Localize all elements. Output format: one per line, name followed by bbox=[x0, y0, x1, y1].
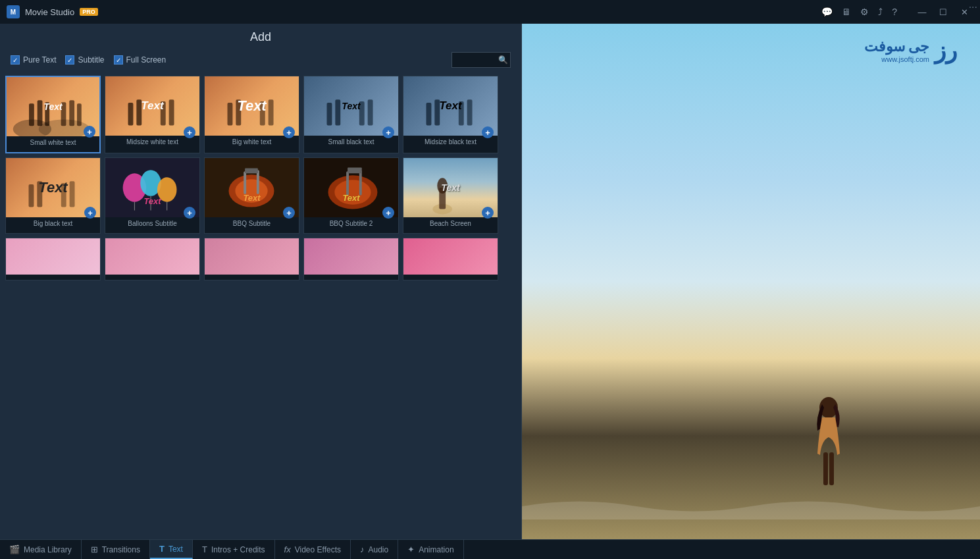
subtitle-filter[interactable]: ✓ Subtitle bbox=[65, 55, 104, 65]
svg-rect-19 bbox=[368, 99, 373, 125]
template-name-big-black: Big black text bbox=[6, 217, 100, 233]
add-big-black-button[interactable]: + bbox=[84, 207, 96, 219]
template-bbq[interactable]: Text BBQ Subtitle + bbox=[204, 157, 299, 234]
template-partial-1[interactable] bbox=[5, 238, 101, 280]
template-big-white[interactable]: Text Big white text + bbox=[204, 76, 299, 153]
template-name-beach-screen: Beach Screen bbox=[403, 217, 498, 233]
svg-rect-7 bbox=[77, 103, 82, 126]
tab-animation-label: Animation bbox=[419, 545, 453, 554]
subtitle-checkbox[interactable]: ✓ bbox=[65, 55, 74, 65]
add-beach-screen-button[interactable]: + bbox=[482, 207, 494, 219]
add-small-black-button[interactable]: + bbox=[382, 126, 394, 138]
tab-text[interactable]: T Text bbox=[150, 540, 193, 559]
template-name-midsize-black: Midsize black text bbox=[403, 136, 498, 151]
svg-rect-1 bbox=[29, 103, 34, 126]
template-thumb bbox=[403, 238, 498, 275]
template-name-small-black: Small black text bbox=[304, 136, 398, 151]
template-midsize-white[interactable]: Text Midsize white text + bbox=[105, 76, 200, 153]
thumb-text: Text bbox=[342, 193, 359, 203]
svg-rect-6 bbox=[69, 100, 74, 126]
svg-rect-38 bbox=[245, 168, 258, 173]
template-beach-screen[interactable]: Text Beach Screen + bbox=[403, 157, 498, 234]
search-input[interactable] bbox=[456, 56, 496, 64]
templates-grid: Text Small white text + bbox=[0, 73, 521, 539]
template-balloons[interactable]: Text Balloons Subtitle + bbox=[105, 157, 200, 234]
main-layout: Add ✓ Pure Text ✓ Subtitle ✓ Full Screen… bbox=[0, 24, 980, 539]
svg-rect-37 bbox=[257, 170, 259, 194]
template-midsize-black[interactable]: Text Midsize black text + bbox=[403, 76, 498, 153]
wave-decoration bbox=[522, 493, 980, 519]
template-partial-5[interactable] bbox=[403, 238, 498, 280]
template-thumb bbox=[304, 238, 398, 275]
minimize-button[interactable]: — bbox=[913, 5, 931, 18]
tab-video-effects-label: Video Effects bbox=[295, 545, 341, 554]
audio-icon: ♪ bbox=[360, 545, 365, 554]
svg-rect-42 bbox=[359, 170, 362, 195]
add-bbq2-button[interactable]: + bbox=[382, 207, 394, 219]
tab-video-effects[interactable]: fx Video Effects bbox=[275, 540, 351, 559]
svg-rect-48 bbox=[823, 452, 828, 485]
add-panel: Add ✓ Pure Text ✓ Subtitle ✓ Full Screen… bbox=[0, 24, 522, 539]
title-bar-left: M Movie Studio PRO bbox=[7, 5, 98, 18]
template-small-black[interactable]: Text Small black text + bbox=[303, 76, 399, 153]
thumb-text: Text bbox=[143, 196, 161, 206]
svg-rect-15 bbox=[269, 99, 274, 125]
tab-media-library-label: Media Library bbox=[24, 545, 72, 554]
template-thumb bbox=[6, 238, 100, 275]
pure-text-filter[interactable]: ✓ Pure Text bbox=[11, 55, 56, 65]
monitor-icon[interactable]: 🖥 bbox=[842, 7, 851, 17]
thumb-text: Text bbox=[141, 99, 163, 113]
tab-transitions[interactable]: ⊞ Transitions bbox=[82, 540, 150, 559]
tab-animation[interactable]: ✦ Animation bbox=[398, 540, 463, 559]
title-bar-icons: 💬 🖥 ⚙ ⤴ ? — ☐ ✕ bbox=[821, 5, 973, 18]
template-thumb: Text bbox=[105, 76, 199, 136]
pure-text-label: Pure Text bbox=[23, 55, 56, 65]
add-balloons-button[interactable]: + bbox=[184, 207, 195, 219]
add-big-white-button[interactable]: + bbox=[283, 126, 295, 138]
app-logo: M bbox=[7, 5, 20, 18]
thumb-text: Text bbox=[243, 193, 260, 203]
tab-intros-credits[interactable]: T Intros + Credits bbox=[193, 540, 275, 559]
svg-rect-16 bbox=[327, 103, 332, 126]
add-small-white-button[interactable]: + bbox=[84, 126, 95, 138]
preview-girl-silhouette bbox=[806, 394, 852, 513]
tab-media-library[interactable]: 🎬 Media Library bbox=[0, 540, 82, 559]
maximize-button[interactable]: ☐ bbox=[934, 5, 952, 18]
help-icon[interactable]: ? bbox=[892, 7, 897, 17]
settings-icon[interactable]: ⚙ bbox=[860, 7, 869, 17]
template-name-bbq: BBQ Subtitle bbox=[205, 217, 299, 233]
tab-intros-label: Intros + Credits bbox=[211, 545, 265, 554]
add-midsize-black-button[interactable]: + bbox=[482, 126, 494, 138]
thumb-text: Text bbox=[441, 182, 459, 193]
template-small-white[interactable]: Text Small white text + bbox=[5, 76, 101, 153]
template-big-black[interactable]: Text Big black text + bbox=[5, 157, 101, 234]
filter-bar: ✓ Pure Text ✓ Subtitle ✓ Full Screen 🔍 bbox=[0, 49, 521, 73]
pure-text-checkbox[interactable]: ✓ bbox=[11, 55, 20, 65]
fullscreen-checkbox[interactable]: ✓ bbox=[114, 55, 123, 65]
share-icon[interactable]: ⤴ bbox=[878, 7, 883, 17]
subtitle-label: Subtitle bbox=[78, 55, 104, 65]
template-partial-3[interactable] bbox=[204, 238, 299, 280]
watermark: جی سوفت www.jsoftj.com رز bbox=[864, 37, 961, 65]
svg-rect-49 bbox=[829, 452, 834, 485]
svg-rect-36 bbox=[244, 171, 246, 194]
chat-icon[interactable]: 💬 bbox=[821, 7, 833, 17]
add-bbq-button[interactable]: + bbox=[283, 207, 295, 219]
template-name-big-white: Big white text bbox=[205, 136, 299, 151]
thumb-text: Text bbox=[342, 101, 360, 111]
tab-transitions-label: Transitions bbox=[102, 545, 140, 554]
template-thumb: Text bbox=[205, 76, 299, 136]
template-name-midsize-white: Midsize white text bbox=[105, 136, 199, 151]
tab-audio[interactable]: ♪ Audio bbox=[351, 540, 398, 559]
template-partial-4[interactable] bbox=[303, 238, 399, 280]
svg-rect-23 bbox=[467, 99, 473, 125]
template-partial-2[interactable] bbox=[105, 238, 200, 280]
template-bbq2[interactable]: Text BBQ Subtitle 2 + bbox=[303, 157, 399, 234]
add-midsize-white-button[interactable]: + bbox=[184, 126, 195, 138]
svg-rect-12 bbox=[228, 103, 233, 126]
media-library-icon: 🎬 bbox=[9, 545, 20, 554]
thumb-text: Text bbox=[237, 97, 266, 115]
fullscreen-filter[interactable]: ✓ Full Screen bbox=[114, 55, 167, 65]
three-dots: ··· bbox=[966, 0, 980, 14]
svg-rect-41 bbox=[346, 171, 349, 195]
